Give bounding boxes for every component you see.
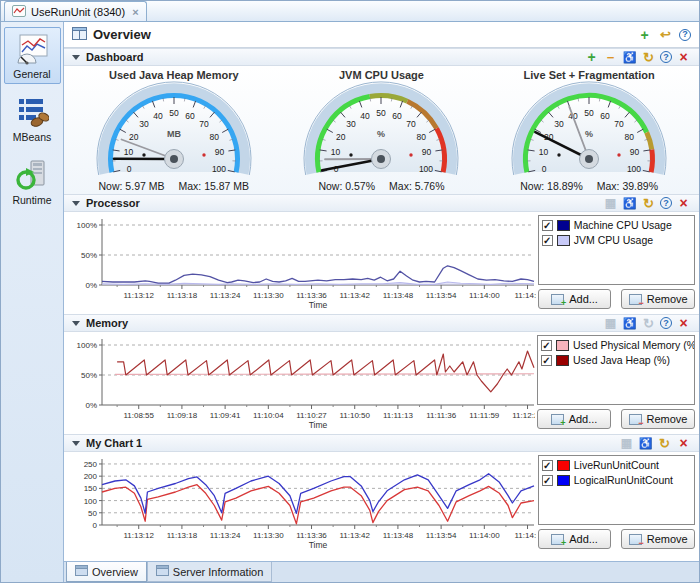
- tab-overview[interactable]: Overview: [66, 562, 147, 582]
- svg-text:0%: 0%: [85, 281, 97, 290]
- svg-text:50: 50: [377, 108, 387, 118]
- accessibility-icon[interactable]: ♿: [622, 316, 637, 331]
- svg-text:60: 60: [600, 111, 610, 121]
- svg-text:11:11:36: 11:11:36: [426, 411, 457, 420]
- help-icon[interactable]: ?: [660, 51, 672, 63]
- refresh-icon[interactable]: ↻: [641, 196, 656, 211]
- refresh-icon[interactable]: ↻: [641, 316, 656, 331]
- refresh-icon[interactable]: ↻: [641, 50, 656, 65]
- add-button[interactable]: +Add...: [537, 409, 611, 429]
- sidebar-item-runtime[interactable]: Runtime: [4, 153, 61, 210]
- legend-checkbox[interactable]: ✓: [542, 475, 553, 486]
- remove-button[interactable]: −Remove: [621, 529, 695, 549]
- legend-box: ✓Machine CPU Usage✓JVM CPU Usage: [538, 215, 695, 285]
- collapse-icon[interactable]: [72, 321, 80, 326]
- svg-text:Time: Time: [309, 420, 328, 430]
- collapse-icon[interactable]: [72, 201, 80, 206]
- svg-text:11:08:55: 11:08:55: [123, 411, 154, 420]
- section-header-processor[interactable]: Processor ▦♿↻?×: [64, 194, 699, 212]
- chart-badge-icon: −: [629, 294, 642, 305]
- legend-label: Used Java Heap (%): [573, 354, 670, 366]
- close-section-icon[interactable]: ×: [676, 436, 691, 451]
- legend-label: LiveRunUnitCount: [574, 459, 659, 471]
- accessibility-icon[interactable]: ♿: [622, 50, 637, 65]
- add-attribute-icon[interactable]: ▦: [603, 316, 618, 331]
- main-panel: Overview +↩? Dashboard +−♿↻?× Used Java …: [64, 22, 699, 583]
- svg-text:30: 30: [139, 119, 149, 129]
- svg-text:11:09:18: 11:09:18: [167, 411, 198, 420]
- section-header-dashboard[interactable]: Dashboard +−♿↻?×: [64, 48, 699, 66]
- add-dial-icon[interactable]: +: [584, 50, 599, 65]
- close-section-icon[interactable]: ×: [676, 196, 691, 211]
- close-tab-icon[interactable]: ×: [132, 6, 138, 18]
- svg-text:80: 80: [625, 132, 635, 142]
- refresh-icon[interactable]: ↻: [657, 436, 672, 451]
- remove-button[interactable]: −Remove: [621, 289, 695, 309]
- section-toolbar: +−♿↻?×: [584, 50, 691, 65]
- close-section-icon[interactable]: ×: [676, 316, 691, 331]
- accessibility-icon[interactable]: ♿: [622, 196, 637, 211]
- legend-label: JVM CPU Usage: [574, 234, 653, 246]
- chart-badge-icon: −: [629, 414, 642, 425]
- editor-tab[interactable]: UseRunUnit (8340) ×: [4, 1, 147, 21]
- gauge-title: Live Set + Fragmentation: [489, 69, 689, 81]
- svg-text:11:11:59: 11:11:59: [469, 411, 500, 420]
- editor-tab-title: UseRunUnit (8340): [31, 6, 125, 18]
- help-icon[interactable]: ?: [660, 197, 672, 209]
- section-memory: Memory ▦♿↻?× 0%50%100%11:08:5511:09:1811…: [64, 314, 699, 434]
- legend-checkbox[interactable]: ✓: [541, 355, 552, 366]
- add-attribute-icon[interactable]: ▦: [619, 436, 634, 451]
- svg-text:90: 90: [630, 147, 640, 157]
- add-button[interactable]: +Add...: [538, 289, 612, 309]
- svg-text:50: 50: [584, 108, 594, 118]
- tab-label: Server Information: [173, 566, 263, 578]
- svg-text:90: 90: [422, 147, 432, 157]
- legend-box: ✓LiveRunUnitCount✓LogicalRunUnitCount: [538, 455, 695, 525]
- remove-dial-icon[interactable]: −: [603, 50, 618, 65]
- svg-text:11:14:00: 11:14:00: [469, 531, 500, 540]
- add-button[interactable]: +Add...: [538, 529, 612, 549]
- section-toolbar: ▦♿↻×: [619, 436, 691, 451]
- svg-text:70: 70: [614, 119, 624, 129]
- remove-button[interactable]: −Remove: [621, 409, 695, 429]
- overview-header: Overview +↩?: [64, 22, 699, 48]
- legend-checkbox[interactable]: ✓: [541, 340, 552, 351]
- sidebar-item-mbeans[interactable]: MBeans: [4, 90, 61, 147]
- collapse-icon[interactable]: [72, 55, 80, 60]
- close-section-icon[interactable]: ×: [676, 50, 691, 65]
- processor-chart: 0%50%100%11:13:1211:13:1811:13:2411:13:3…: [68, 215, 536, 313]
- help-icon[interactable]: ?: [660, 317, 672, 329]
- legend-swatch: [557, 460, 570, 471]
- legend-checkbox[interactable]: ✓: [542, 235, 553, 246]
- svg-text:11:13:18: 11:13:18: [167, 531, 198, 540]
- legend-checkbox[interactable]: ✓: [542, 460, 553, 471]
- accessibility-icon[interactable]: ♿: [638, 436, 653, 451]
- svg-text:11:10:50: 11:10:50: [339, 411, 370, 420]
- section-dashboard: Dashboard +−♿↻?× Used Java Heap Memory01…: [64, 48, 699, 194]
- help-icon[interactable]: ?: [679, 29, 691, 41]
- tab-server-information[interactable]: Server Information: [147, 562, 272, 582]
- dashboard-body: Used Java Heap Memory0102030405060708090…: [64, 66, 699, 194]
- section-header-my-chart-1[interactable]: My Chart 1 ▦♿↻×: [64, 434, 699, 452]
- collapse-icon[interactable]: [72, 441, 80, 446]
- gauge-dial: 0102030405060708090100%: [494, 81, 684, 178]
- section-header-memory[interactable]: Memory ▦♿↻?×: [64, 314, 699, 332]
- gauge-dial: 0102030405060708090100%: [286, 81, 476, 178]
- page-title: Overview: [93, 27, 151, 42]
- svg-text:100: 100: [212, 164, 226, 174]
- reset-layout-icon[interactable]: ↩: [658, 27, 673, 42]
- svg-text:11:13:24: 11:13:24: [210, 291, 241, 300]
- section-title: Memory: [86, 317, 128, 329]
- legend-item: ✓Used Java Heap (%): [541, 354, 691, 366]
- section-toolbar: ▦♿↻?×: [603, 196, 691, 211]
- gauge-max-value: Max: 39.89%: [597, 180, 658, 192]
- my-chart-1-body: 05010015020025011:13:1211:13:1811:13:241…: [64, 452, 699, 554]
- sidebar-item-general[interactable]: General: [4, 27, 61, 84]
- gauge-dial: 0102030405060708090100MB: [79, 81, 269, 178]
- add-attribute-icon[interactable]: ▦: [603, 196, 618, 211]
- legend-checkbox[interactable]: ✓: [542, 220, 553, 231]
- memory-body: 0%50%100%11:08:5511:09:1811:09:4111:10:0…: [64, 332, 699, 434]
- add-tab-icon[interactable]: +: [637, 27, 652, 42]
- svg-text:11:13:18: 11:13:18: [167, 291, 198, 300]
- svg-text:0: 0: [93, 521, 98, 530]
